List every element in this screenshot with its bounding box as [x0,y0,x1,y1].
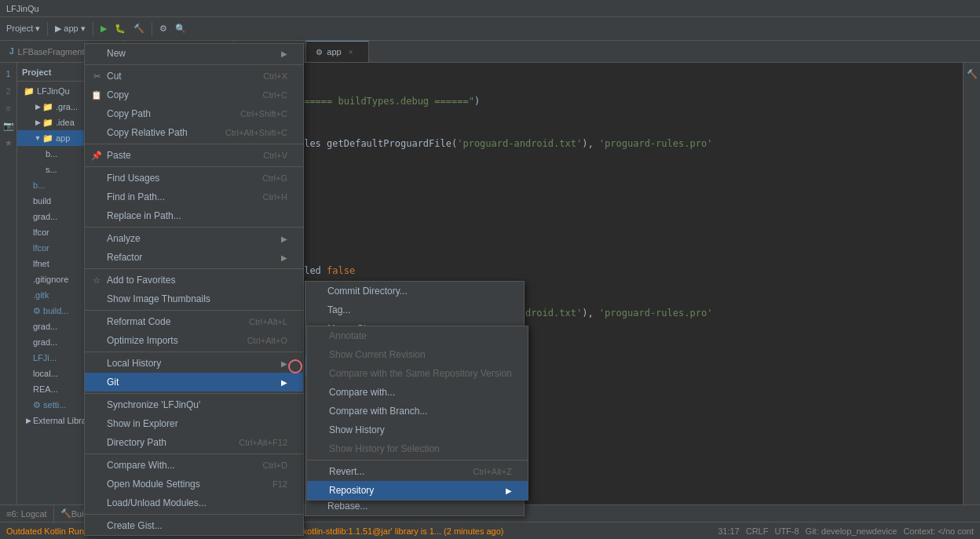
panel-title: Project [22,67,51,77]
menu-item-new[interactable]: New ▶ [85,44,303,63]
side-capture-icon[interactable]: 📷 [1,118,16,133]
repo-shortcut-revert: Ctrl+Alt+Z [457,467,512,476]
menu-item-optimize-imports[interactable]: Optimize Imports Ctrl+Alt+O [85,331,303,350]
menu-item-copy[interactable]: 📋 Copy Ctrl+C [85,86,303,104]
toolbar-project-btn[interactable]: Project ▾ [3,20,43,38]
side-fav-icon[interactable]: ★ [1,135,16,151]
menu-label-analyze: Analyze [107,233,141,244]
tree-gradle3-label: grad... [33,322,57,331]
menu-item-paste[interactable]: 📌 Paste Ctrl+V [85,146,303,165]
menu-item-replace-in-path[interactable]: Replace in Path... [85,206,303,225]
menu-item-copy-path[interactable]: Copy Path Ctrl+Shift+C [85,104,303,123]
repo-item-show-history-selection[interactable]: Show History for Selection [307,439,528,458]
tree-setti-label: ⚙ setti... [33,400,66,410]
menu-item-create-gist[interactable]: Create Gist... [85,516,303,535]
git-item-tag[interactable]: Tag... [305,300,524,319]
menu-item-synchronize[interactable]: Synchronize 'LFJinQu' [85,395,303,414]
repo-label-annotate: Annotate [329,330,367,341]
side-icon-1[interactable]: 1 [1,66,16,82]
status-crlf: CRLF [746,526,769,536]
menu-label-find-usages: Find Usages [107,173,159,184]
repo-item-revert[interactable]: Revert... Ctrl+Alt+Z [307,462,528,481]
tab-close-app[interactable]: × [349,48,353,56]
menu-shortcut-directory-path: Ctrl+Alt+F12 [223,438,287,447]
toolbar-sep-3 [152,22,152,36]
menu-item-reformat-code[interactable]: Reformat Code Ctrl+Alt+L [85,312,303,331]
repo-item-compare-same[interactable]: Compare with the Same Repository Version [307,364,528,383]
menu-item-find-usages[interactable]: Find Usages Ctrl+G [85,169,303,188]
repo-item-annotate[interactable]: Annotate [307,326,528,345]
tree-root-label: LFJinQu [37,86,70,96]
toolbar-run-btn[interactable]: ▶ [97,20,110,38]
toolbar-app-btn[interactable]: ▶ app ▾ [52,20,88,38]
paste-icon: 📌 [90,151,104,161]
menu-label-copy: Copy [107,89,129,100]
menu-sep-3 [85,166,303,167]
menu-item-load-unload[interactable]: Load/Unload Modules... [85,493,303,512]
menu-item-compare-with[interactable]: Compare With... Ctrl+D [85,456,303,475]
menu-label-copy-relative: Copy Relative Path [107,127,188,138]
menu-item-find-in-path[interactable]: Find in Path... Ctrl+H [85,188,303,206]
tree-b1-label: b... [46,149,57,158]
side-structure-icon[interactable]: ≡ [1,100,16,116]
menu-item-directory-path[interactable]: Directory Path Ctrl+Alt+F12 [85,433,303,452]
menu-label-optimize-imports: Optimize Imports [107,335,178,346]
toolbar-debug-btn[interactable]: 🐛 [112,20,129,38]
title-bar-text: LFJinQu [6,4,39,13]
menu-shortcut-optimize: Ctrl+Alt+O [232,336,287,345]
toolbar-settings-btn[interactable]: ⚙ [156,20,170,38]
tree-idea-icon: 📁 [42,118,53,128]
menu-shortcut-find-in-path: Ctrl+H [247,192,287,202]
menu-label-directory-path: Directory Path [107,437,166,448]
tree-gradle2-label: grad... [33,212,57,221]
repo-item-repository[interactable]: Repository ▶ [307,481,528,500]
menu-label-cut: Cut [107,71,122,82]
tree-build-label: build [33,196,51,206]
right-side-icons: 🔨 [963,63,980,522]
menu-shortcut-find-usages: Ctrl+G [247,173,287,183]
tree-lfnet-label: lfnet [33,259,49,268]
repo-item-show-history[interactable]: Show History [307,421,528,439]
menu-arrow-analyze: ▶ [281,235,287,243]
git-label-commit-dir: Commit Directory... [327,286,408,297]
tab-app[interactable]: ⚙ app × [306,41,369,62]
tree-s1-label: s... [46,165,57,174]
menu-item-refactor[interactable]: Refactor ▶ [85,248,303,267]
menu-item-add-to-favorites[interactable]: ☆ Add to Favorites [85,271,303,290]
menu-label-refactor: Refactor [107,252,142,263]
right-icon-build[interactable]: 🔨 [964,66,980,82]
menu-label-find-in-path: Find in Path... [107,191,165,202]
repo-item-compare-branch[interactable]: Compare with Branch... [307,402,528,421]
menu-item-cut[interactable]: ✂ Cut Ctrl+X [85,67,303,86]
toolbar-build-btn[interactable]: 🔨 [130,20,148,38]
menu-shortcut-module-settings: F12 [257,479,287,489]
menu-label-synchronize: Synchronize 'LFJinQu' [107,399,200,410]
menu-item-show-image-thumbnails[interactable]: Show Image Thumbnails [85,290,303,308]
menu-label-create-gist: Create Gist... [107,520,163,531]
menu-item-open-module-settings[interactable]: Open Module Settings F12 [85,475,303,493]
code-line-1: println("====== buildTypes.debug ======"… [190,94,963,108]
repo-sep-1 [307,460,528,461]
side-icon-2[interactable]: 2 [1,83,16,99]
bottom-tab-logcat[interactable]: ≡ 6: Logcat [0,505,54,522]
tree-b2-label: b... [33,180,45,190]
menu-item-show-in-explorer[interactable]: Show in Explorer [85,414,303,433]
repo-item-show-current[interactable]: Show Current Revision [307,345,528,364]
toolbar-search-btn[interactable]: 🔍 [172,20,189,38]
menu-item-git[interactable]: Git ▶ [85,373,303,392]
repo-label-compare-with: Compare with... [329,387,395,398]
menu-item-copy-relative[interactable]: Copy Relative Path Ctrl+Alt+Shift+C [85,123,303,142]
git-item-commit-dir[interactable]: Commit Directory... [305,282,524,300]
menu-label-compare-with: Compare With... [107,460,175,471]
menu-shortcut-compare: Ctrl+D [247,461,287,470]
copy-icon: 📋 [90,90,104,100]
menu-item-analyze[interactable]: Analyze ▶ [85,229,303,248]
status-context: Context: </no cont [903,526,974,536]
menu-item-local-history[interactable]: Local History ▶ [85,354,303,373]
menu-sep-2 [85,144,303,144]
toolbar: Project ▾ ▶ app ▾ ▶ 🐛 🔨 ⚙ 🔍 [0,17,980,41]
tree-gitk-label: .gitk [33,290,49,300]
menu-label-add-to-favorites: Add to Favorites [107,275,175,286]
repo-item-compare-with[interactable]: Compare with... [307,383,528,402]
repo-label-show-history-selection: Show History for Selection [329,443,440,454]
